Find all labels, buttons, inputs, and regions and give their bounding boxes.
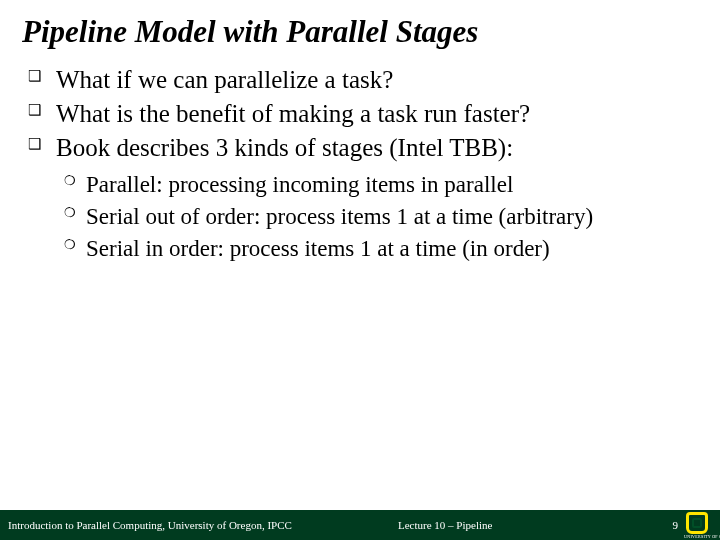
bullet-item: What if we can parallelize a task? xyxy=(28,64,692,96)
sub-bullet-item: Parallel: processing incoming items in p… xyxy=(64,170,692,200)
sub-bullet-item: Serial in order: process items 1 at a ti… xyxy=(64,234,692,264)
bullet-text: What is the benefit of making a task run… xyxy=(56,100,530,127)
footer-center-text: Lecture 10 – Pipeline xyxy=(398,519,492,531)
slide-title: Pipeline Model with Parallel Stages xyxy=(0,0,720,58)
footer-left-text: Introduction to Parallel Computing, Univ… xyxy=(0,519,292,531)
logo-o-shape xyxy=(686,512,708,534)
bullet-item: Book describes 3 kinds of stages (Intel … xyxy=(28,132,692,264)
slide: Pipeline Model with Parallel Stages What… xyxy=(0,0,720,540)
sub-bullet-list: Parallel: processing incoming items in p… xyxy=(64,170,692,264)
footer-bar: Introduction to Parallel Computing, Univ… xyxy=(0,510,720,540)
logo-subtext: UNIVERSITY OF OREGON xyxy=(684,534,720,539)
bullet-text: What if we can parallelize a task? xyxy=(56,66,393,93)
footer-page-number: 9 xyxy=(673,519,679,531)
university-logo-icon: UNIVERSITY OF OREGON xyxy=(686,512,716,538)
sub-bullet-text: Parallel: processing incoming items in p… xyxy=(86,172,513,197)
sub-bullet-item: Serial out of order: process items 1 at … xyxy=(64,202,692,232)
sub-bullet-text: Serial in order: process items 1 at a ti… xyxy=(86,236,550,261)
slide-content: What if we can parallelize a task? What … xyxy=(0,58,720,510)
bullet-list: What if we can parallelize a task? What … xyxy=(28,64,692,264)
sub-bullet-text: Serial out of order: process items 1 at … xyxy=(86,204,593,229)
bullet-item: What is the benefit of making a task run… xyxy=(28,98,692,130)
bullet-text: Book describes 3 kinds of stages (Intel … xyxy=(56,134,513,161)
